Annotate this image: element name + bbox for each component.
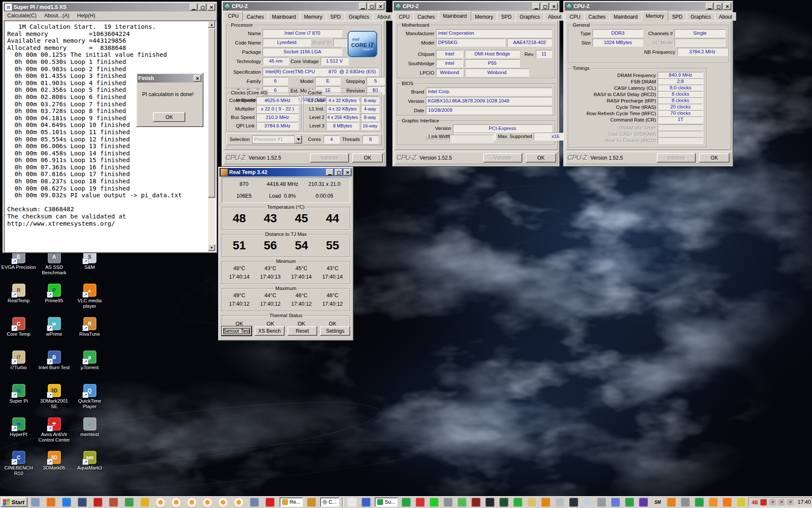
tray-alert-icon[interactable] <box>760 499 767 505</box>
maximize-button[interactable]: ▢ <box>199 4 206 11</box>
quicklaunch-icon[interactable] <box>31 498 40 507</box>
taskbar-clock[interactable]: 17:40 <box>798 499 811 505</box>
desktop-icon-prime95[interactable]: P↗ Prime95 <box>36 282 72 316</box>
cpuz-titlebar[interactable]: CPU-Z ▁ ▢ ✕ <box>223 2 385 11</box>
quicklaunch-icon[interactable] <box>78 498 87 507</box>
tray-app-icon[interactable] <box>597 498 606 507</box>
ok-button[interactable]: OK <box>352 153 383 163</box>
minimize-button[interactable]: ▁ <box>359 3 367 10</box>
superpi-titlebar[interactable]: π Super PI / mod1.5 XS ▁ ▢ ✕ <box>4 3 216 11</box>
desktop-icon-quicktime[interactable]: Q↗ QuickTime Player <box>72 383 107 416</box>
minimize-button[interactable]: ▁ <box>326 169 334 176</box>
tray-app-icon[interactable] <box>723 498 732 507</box>
tray-app-icon[interactable] <box>569 498 578 507</box>
desktop-icon-utorrent[interactable]: µ↗ µTorrent <box>72 349 107 383</box>
quicklaunch-icon[interactable] <box>250 498 259 507</box>
volume-muted-icon[interactable]: ✕ <box>787 499 793 505</box>
maximize-button[interactable]: ▢ <box>715 3 722 10</box>
tray-app-icon[interactable] <box>499 498 508 507</box>
quicklaunch-icon[interactable] <box>140 498 149 507</box>
scrollbar-thumb[interactable] <box>208 28 215 198</box>
tab-spd[interactable]: SPD <box>497 12 516 21</box>
task-button-superpi[interactable]: Su... <box>375 497 398 507</box>
tray-app-icon[interactable] <box>527 498 536 507</box>
tray-app-icon[interactable] <box>709 498 718 507</box>
tab-cpu[interactable]: CPU <box>224 11 243 21</box>
desktop-icon-cinebench[interactable]: C↗ CINEBENCH R10 <box>1 450 36 483</box>
tab-cpu[interactable]: CPU <box>565 12 584 21</box>
quicklaunch-icon[interactable] <box>125 498 134 507</box>
tab-about[interactable]: About <box>373 12 395 21</box>
quicklaunch-icon[interactable] <box>172 498 181 507</box>
settings-button[interactable]: Settings <box>320 326 350 336</box>
tray-device-disabled-icon[interactable]: ✕ <box>769 499 776 505</box>
validate-button[interactable]: Validate <box>657 153 696 163</box>
ok-button[interactable]: OK <box>526 153 556 163</box>
desktop-icon-core-temp[interactable]: C↗ Core Temp <box>1 316 36 349</box>
tray-app-icon[interactable] <box>583 498 592 507</box>
scroll-down-icon[interactable]: ▼ <box>208 244 215 251</box>
desktop-icon-hyperpi[interactable]: π↗ HyperPI <box>1 416 36 450</box>
quicklaunch-icon[interactable] <box>444 498 453 507</box>
tab-mainboard[interactable]: Mainboard <box>439 11 471 21</box>
ok-button[interactable]: OK <box>153 112 185 122</box>
tray-app-icon[interactable] <box>555 498 564 507</box>
menu-about[interactable]: About...(A) <box>44 13 69 19</box>
quicklaunch-icon[interactable] <box>203 498 212 507</box>
tray-app-icon[interactable] <box>639 498 648 507</box>
close-button[interactable]: ✕ <box>724 3 731 10</box>
close-icon[interactable]: ✕ <box>194 75 201 82</box>
tab-mainboard[interactable]: Mainboard <box>609 12 642 21</box>
desktop-icon-memtest[interactable]: ✓ memtest <box>72 416 107 450</box>
validate-button[interactable]: Validate <box>310 153 349 163</box>
minimize-button[interactable]: ▁ <box>532 3 540 10</box>
tray-app-icon[interactable] <box>472 498 480 507</box>
maximize-button[interactable]: ▢ <box>541 3 549 10</box>
close-button[interactable]: ✕ <box>550 3 558 10</box>
tray-app-icon[interactable] <box>611 498 620 507</box>
tab-caches[interactable]: Caches <box>584 12 610 21</box>
quicklaunch-icon[interactable] <box>234 498 243 507</box>
tray-app-icon[interactable] <box>513 498 522 507</box>
tray-app-icon[interactable] <box>695 498 704 507</box>
menu-help[interactable]: Help(H) <box>77 13 95 19</box>
tray-app-icon[interactable] <box>458 498 466 507</box>
menu-calculate[interactable]: Calculate(C) <box>7 13 36 19</box>
tray-app-icon[interactable] <box>681 498 690 507</box>
desktop-icon-i7turbo[interactable]: i7↗ i7Turbo <box>1 349 36 383</box>
vertical-scrollbar[interactable]: ▲ ▼ <box>208 21 215 251</box>
tray-app-icon[interactable] <box>541 498 550 507</box>
tray-app-icon[interactable] <box>737 498 746 507</box>
desktop-icon-avira[interactable]: ☂↗ Avira AntiVir Control Center <box>36 416 72 450</box>
scroll-up-icon[interactable]: ▲ <box>208 21 215 28</box>
xs-bench-button[interactable]: XS Bench <box>255 326 285 336</box>
ok-button[interactable]: OK <box>699 153 730 163</box>
tab-mainboard[interactable]: Mainboard <box>268 12 300 21</box>
tray-app-icon[interactable] <box>486 498 494 507</box>
minimize-button[interactable]: ▁ <box>190 4 198 11</box>
desktop-icon-wprime[interactable]: w↗ wPrime <box>36 316 72 349</box>
desktop-icon-intel-burn-test[interactable]: B↗ Intel Burn Test <box>36 349 72 383</box>
quicklaunch-icon[interactable] <box>93 498 102 507</box>
finish-dialog-titlebar[interactable]: Finish ✕ <box>137 74 202 83</box>
tray-app-icon-sm[interactable]: SM <box>653 498 662 507</box>
minimize-button[interactable]: ▁ <box>706 3 713 10</box>
close-button[interactable]: ✕ <box>208 4 215 11</box>
quicklaunch-icon[interactable] <box>348 498 357 507</box>
tab-about[interactable]: About <box>544 12 565 21</box>
tab-memory[interactable]: Memory <box>471 12 497 21</box>
quicklaunch-icon[interactable] <box>362 498 370 507</box>
maximize-button[interactable]: ▢ <box>335 169 343 176</box>
close-button[interactable]: ✕ <box>377 3 384 10</box>
realtemp-titlebar[interactable]: Real Temp 3.42 ▁ ▢ ✕ <box>219 168 352 177</box>
quicklaunch-icon[interactable] <box>416 498 425 507</box>
task-button-cpuz[interactable]: C... <box>320 497 339 507</box>
reset-button[interactable]: Reset <box>288 326 318 336</box>
quicklaunch-icon[interactable] <box>266 498 274 507</box>
tab-caches[interactable]: Caches <box>413 12 439 21</box>
desktop-icon-aquamark3[interactable]: am↗ AquaMark3 <box>72 450 107 483</box>
tab-memory[interactable]: Memory <box>300 12 326 21</box>
tab-memory[interactable]: Memory <box>642 11 668 21</box>
close-button[interactable]: ✕ <box>344 169 351 176</box>
cpuz-titlebar[interactable]: CPU-Z ▁ ▢ ✕ <box>565 2 732 11</box>
